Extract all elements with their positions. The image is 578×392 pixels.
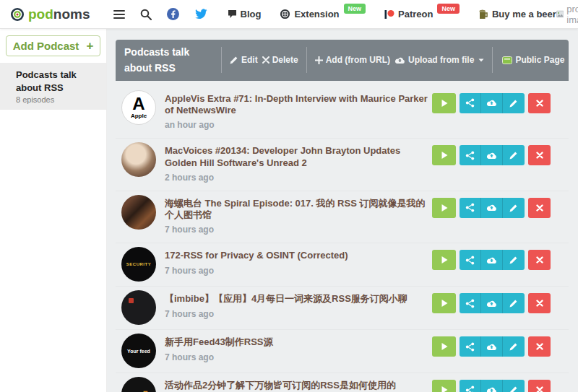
share-button[interactable]: [460, 145, 481, 165]
add-from-url-label: Add (from URL): [326, 55, 390, 65]
cloud-download-button[interactable]: [481, 93, 503, 113]
hamburger-menu-button[interactable]: [112, 8, 126, 21]
share-icon: [465, 203, 475, 212]
delete-episode-button[interactable]: [528, 380, 551, 392]
nav-item-blog[interactable]: Blog: [228, 9, 262, 19]
chevron-down-icon: [478, 58, 484, 62]
twitter-button[interactable]: [193, 7, 209, 21]
play-button[interactable]: [432, 336, 456, 357]
add-from-url-button[interactable]: Add (from URL): [313, 53, 392, 66]
edit-episode-button[interactable]: [503, 93, 525, 113]
play-button[interactable]: [432, 293, 456, 313]
upload-from-file-button[interactable]: Upload from file: [392, 53, 486, 66]
play-button[interactable]: [432, 380, 456, 392]
divider: [306, 47, 307, 73]
share-button[interactable]: [460, 93, 481, 113]
plus-icon: [315, 56, 323, 64]
cloud-download-button[interactable]: [481, 293, 503, 313]
share-button[interactable]: [460, 293, 481, 313]
delete-episode-button[interactable]: [528, 250, 551, 270]
cloud-upload-icon: [486, 152, 497, 160]
delete-episode-button[interactable]: [528, 293, 551, 313]
share-icon: [465, 151, 475, 160]
play-button[interactable]: [432, 250, 456, 270]
x-icon: [262, 56, 269, 64]
episode-title[interactable]: MacVoices #20134: Developer John Brayton…: [165, 145, 431, 169]
add-podcast-button[interactable]: Add Podcast +: [6, 35, 100, 56]
share-button[interactable]: [460, 336, 481, 357]
episode-body: 海螺电台 The Spiral Episode: 017. 我的 RSS 订阅就…: [165, 195, 432, 239]
edit-episode-button[interactable]: [503, 198, 525, 218]
avatar-text: Your feed: [127, 349, 150, 354]
edit-episode-button[interactable]: [503, 293, 525, 313]
share-icon: [465, 386, 475, 392]
profile-menu[interactable]: profile-image: [556, 4, 578, 25]
sidebar-podcast-episode-count: 8 episodes: [16, 95, 102, 104]
share-button[interactable]: [460, 198, 481, 218]
edit-episode-button[interactable]: [503, 336, 525, 357]
extension-icon: [280, 9, 290, 19]
cloud-download-button[interactable]: [481, 198, 503, 218]
edit-episode-button[interactable]: [503, 380, 525, 392]
episode-actions: [432, 380, 551, 392]
delete-podcast-button[interactable]: Delete: [260, 53, 301, 66]
podcast-title: Podcasts talk about RSS: [124, 44, 215, 77]
cloud-download-button[interactable]: [481, 250, 503, 270]
sidebar-item-podcast[interactable]: Podcasts talk about RSS 8 episodes: [0, 63, 106, 110]
delete-episode-button[interactable]: [528, 145, 551, 165]
episode-title[interactable]: 【imbibe】【应用】4月每日一词来源及RSS服务订阅小聊: [165, 293, 431, 305]
brand-logo[interactable]: podnoms: [10, 6, 90, 22]
nav-item-extension[interactable]: Extension New: [280, 9, 366, 19]
episode-body: AppleVis Extra #71: In-Depth Interview w…: [165, 90, 432, 134]
patreon-new-badge: New: [437, 4, 460, 14]
episode-title[interactable]: AppleVis Extra #71: In-Depth Interview w…: [165, 93, 431, 117]
delete-episode-button[interactable]: [528, 336, 551, 357]
divider: [221, 47, 222, 73]
play-button[interactable]: [432, 198, 456, 218]
pencil-icon: [509, 204, 518, 212]
edit-podcast-button[interactable]: Edit: [228, 53, 260, 66]
play-button[interactable]: [432, 93, 456, 113]
patreon-label: Patreon: [398, 9, 433, 19]
episode-avatar: A Apple: [121, 90, 156, 125]
play-icon: [440, 204, 449, 212]
nav-item-buy-me-a-beer[interactable]: Buy me a beer: [478, 9, 556, 19]
cloud-download-button[interactable]: [481, 336, 503, 357]
cloud-download-button[interactable]: [481, 145, 503, 165]
profile-alt-text: profile-image: [566, 4, 578, 25]
share-button[interactable]: [460, 250, 481, 270]
broken-image-icon: [556, 9, 564, 19]
episode-title[interactable]: 活动作品2分钟了解下万物皆可订阅的RSS是如何使用的: [165, 380, 431, 391]
search-button[interactable]: [139, 7, 153, 22]
episode-title[interactable]: 172-RSS for Privacy & OSINT (Corrected): [165, 250, 431, 261]
episode-action-group: [460, 250, 525, 270]
extension-label: Extension: [294, 9, 339, 19]
episode-body: MacVoices #20134: Developer John Brayton…: [165, 142, 432, 186]
podcast-card: Podcasts talk about RSS Edit Delete: [116, 40, 569, 392]
episode-title[interactable]: 海螺电台 The Spiral Episode: 017. 我的 RSS 订阅就…: [165, 198, 431, 222]
public-page-button[interactable]: Public Page: [500, 53, 566, 66]
beer-label: Buy me a beer: [492, 9, 556, 19]
brand-name: podnoms: [28, 6, 90, 22]
share-button[interactable]: [460, 380, 481, 392]
nav-item-patreon[interactable]: Patreon New: [384, 9, 460, 19]
episode-list: A Apple AppleVis Extra #71: In-Depth Int…: [116, 81, 569, 392]
pencil-icon: [509, 342, 518, 351]
delete-episode-button[interactable]: [528, 93, 551, 113]
delete-episode-button[interactable]: [528, 198, 551, 218]
cloud-download-button[interactable]: [481, 380, 503, 392]
facebook-button[interactable]: [165, 6, 181, 22]
episode-title[interactable]: 新手用Feed43制作RSS源: [165, 336, 431, 348]
episode-row: SECURITY 172-RSS for Privacy & OSINT (Co…: [116, 243, 569, 287]
edit-episode-button[interactable]: [503, 145, 525, 165]
episode-row: Your feed 新手用Feed43制作RSS源 7 hours ago: [116, 330, 569, 373]
edit-episode-button[interactable]: [503, 250, 525, 270]
share-icon: [465, 98, 475, 108]
episode-row: 海螺电台 The Spiral Episode: 017. 我的 RSS 订阅就…: [116, 191, 569, 244]
play-icon: [440, 151, 449, 160]
play-button[interactable]: [432, 145, 456, 165]
episode-timestamp: an hour ago: [165, 120, 432, 130]
cloud-upload-icon: [486, 386, 497, 392]
episode-timestamp: 7 hours ago: [165, 352, 432, 362]
share-icon: [465, 256, 475, 265]
